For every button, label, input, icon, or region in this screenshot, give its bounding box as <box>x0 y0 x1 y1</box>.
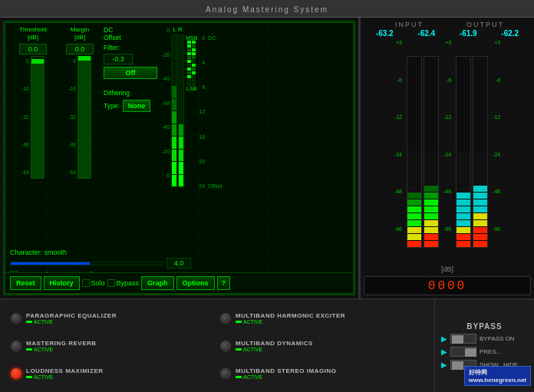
module-led-paragraphic-eq[interactable] <box>11 313 21 324</box>
lsb-label: LSB <box>186 86 196 91</box>
margin-group: Margin [dB] 0.0 0 -16 -32 -48 -64 <box>61 26 99 242</box>
margin-label: Margin [dB] <box>71 26 89 42</box>
bypass-title: BYPASS <box>441 322 528 331</box>
meter-bars-container: +3 -6 -12 -24 -48 -96 <box>364 40 531 264</box>
module-active-multiband-stereo: ACTIVE <box>243 374 262 380</box>
character-value: 4.0 <box>166 258 191 268</box>
help-button[interactable]: ? <box>217 276 231 290</box>
solo-label: Solo <box>91 279 105 287</box>
module-dot-multiband-harmonic <box>236 321 242 323</box>
module-name-loudness-maximizer: LOUDNESS MAXIMIZER <box>26 367 104 374</box>
reset-button[interactable]: Reset <box>10 276 41 290</box>
press-label: PRES... <box>480 348 501 355</box>
module-status-multiband-harmonic: ACTIVE <box>236 319 345 324</box>
watermark-url: www.henegreen.net <box>469 377 526 384</box>
press-switch[interactable] <box>450 347 476 357</box>
input-meter-group <box>407 40 439 264</box>
margin-scale: 0 -16 -32 -48 -64 <box>68 56 75 179</box>
meter-right-scale: +3 -6 -12 -24 -48 -96 <box>493 40 500 232</box>
module-status-mastering-reverb: ACTIVE <box>26 347 97 352</box>
threshold-value[interactable]: 0.0 <box>19 44 47 54</box>
threshold-label: Threshold [dB] <box>19 26 47 42</box>
margin-fader-thumb[interactable] <box>78 56 91 61</box>
crt-screen: Threshold [dB] 0.0 0 -16 -32 -48 -64 <box>3 21 355 295</box>
module-dot-loudness-maximizer <box>26 376 32 378</box>
module-led-multiband-dynamics[interactable] <box>220 341 231 351</box>
module-text-paragraphic-eq: PARAGRAPHIC EQUALIZER ACTIVE <box>26 312 117 324</box>
options-button[interactable]: Options <box>176 276 215 290</box>
bypass-on-knob <box>452 335 463 344</box>
module-status-multiband-stereo: ACTIVE <box>236 374 336 380</box>
module-text-mastering-reverb: MASTERING REVERB ACTIVE <box>26 340 97 352</box>
module-dot-mastering-reverb <box>26 348 32 351</box>
module-text-multiband-dynamics: MULTIBAND DYNAMICS ACTIVE <box>236 340 313 352</box>
input-meter-r <box>424 56 439 248</box>
module-active-loudness-maximizer: ACTIVE <box>34 374 53 380</box>
bypass-label: Bypass <box>117 279 140 287</box>
module-name-mastering-reverb: MASTERING REVERB <box>26 340 97 347</box>
output-title: OUTPUT <box>447 21 523 28</box>
db-label: [dB] <box>364 265 531 273</box>
module-dot-paragraphic-eq <box>26 321 32 323</box>
character-slider[interactable] <box>10 262 163 265</box>
module-text-multiband-stereo: MULTIBAND STEREO IMAGING ACTIVE <box>236 367 336 380</box>
module-name-multiband-harmonic: MULTIBAND HARMONIC EXCITER <box>236 312 345 319</box>
output-meter-l <box>456 56 471 248</box>
output-meter-r <box>473 56 488 248</box>
character-label: Character: smooth <box>10 249 67 256</box>
graph-button[interactable]: Graph <box>141 276 174 290</box>
press-arrow-icon: ▶ <box>441 348 447 356</box>
module-active-paragraphic-eq: ACTIVE <box>34 319 53 324</box>
history-button[interactable]: History <box>44 276 80 290</box>
led-display: 0000 <box>364 276 531 295</box>
vu-bar-left <box>171 35 177 188</box>
filter-label: Filter: <box>104 44 157 51</box>
l-label: L <box>173 26 176 33</box>
msb-grid <box>187 41 196 86</box>
module-led-mastering-reverb[interactable] <box>11 341 21 351</box>
module-dot-multiband-stereo <box>236 376 242 378</box>
vu-left-scale: 0 -20 -40 -Inf -40 -20 0 <box>162 26 170 180</box>
solo-checkbox[interactable] <box>82 279 90 287</box>
module-loudness-maximizer: LOUDNESS MAXIMIZER ACTIVE <box>8 360 217 387</box>
bypass-on-switch[interactable] <box>450 334 476 344</box>
bypass-checkbox[interactable] <box>107 279 115 287</box>
dithering-button[interactable]: None <box>123 100 151 112</box>
module-status-paragraphic-eq: ACTIVE <box>26 319 117 324</box>
threshold-fader[interactable] <box>31 56 44 179</box>
module-text-multiband-harmonic: MULTIBAND HARMONIC EXCITER ACTIVE <box>236 312 345 324</box>
show-hide-knob <box>452 361 463 370</box>
character-section: Character: smooth 4.0 <box>10 249 348 268</box>
module-led-multiband-harmonic[interactable] <box>220 313 231 324</box>
module-active-multiband-dynamics: ACTIVE <box>243 347 262 352</box>
module-active-mastering-reverb: ACTIVE <box>34 347 53 352</box>
bottom-area: PARAGRAPHIC EQUALIZER ACTIVE MULTIBAND H… <box>0 298 534 392</box>
module-paragraphic-eq: PARAGRAPHIC EQUALIZER ACTIVE <box>8 305 217 332</box>
led-digits: 0000 <box>428 279 466 293</box>
module-name-multiband-stereo: MULTIBAND STEREO IMAGING <box>236 367 336 374</box>
type-label: Type: <box>104 102 120 110</box>
output-val-r: -62.2 <box>495 29 526 38</box>
margin-fader[interactable] <box>77 56 91 179</box>
module-led-multiband-stereo[interactable] <box>220 368 231 379</box>
module-name-multiband-dynamics: MULTIBAND DYNAMICS <box>236 340 313 347</box>
module-status-loudness-maximizer: ACTIVE <box>26 374 104 380</box>
dc-filter-button[interactable]: Off <box>104 67 157 79</box>
meter-left-scale: +3 -6 -12 -24 -48 -96 <box>394 40 402 232</box>
module-dot-multiband-dynamics <box>236 348 242 351</box>
module-multiband-dynamics: MULTIBAND DYNAMICS ACTIVE <box>217 332 427 360</box>
offset-label: Offset <box>208 183 222 189</box>
bypass-arrow-icon: ▶ <box>441 334 447 343</box>
module-multiband-stereo: MULTIBAND STEREO IMAGING ACTIVE <box>217 360 427 387</box>
press-knob <box>465 348 476 357</box>
watermark-text: 好特网 <box>469 368 526 377</box>
margin-value[interactable]: 0.0 <box>66 44 94 54</box>
r-label: R <box>178 26 183 33</box>
msb-label: MSB <box>186 35 197 41</box>
module-led-loudness-maximizer[interactable] <box>11 368 21 379</box>
module-text-loudness-maximizer: LOUDNESS MAXIMIZER ACTIVE <box>26 367 104 380</box>
threshold-scale: 0 -16 -32 -48 -64 <box>21 56 28 179</box>
threshold-fader-thumb[interactable] <box>31 59 44 64</box>
input-meter-l <box>407 56 422 248</box>
press-row: ▶ PRES... <box>441 347 528 357</box>
